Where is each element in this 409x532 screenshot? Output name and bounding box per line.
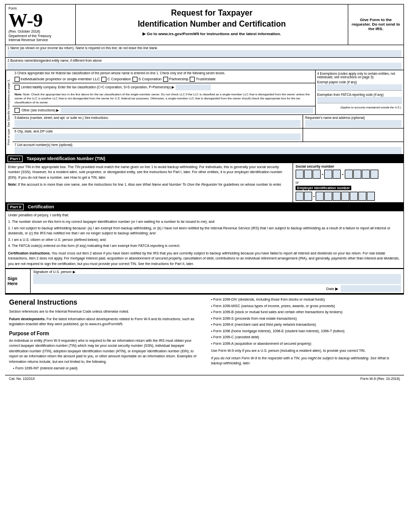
row-1: 1 Name (as shown on your income tax retu… (6, 45, 403, 58)
certification-section: Under penalties of perjury, I certify th… (6, 211, 403, 269)
form-body: 1 Name (as shown on your income tax retu… (5, 45, 404, 155)
fatca-label: Exemption from FATCA reporting code (if … (317, 93, 402, 96)
instructions-left: General Instructions Section references … (9, 297, 202, 372)
exempt-payee-input[interactable] (317, 84, 402, 91)
ein-digit-9[interactable] (367, 192, 375, 201)
partnership-checkbox-item[interactable]: Partnership (163, 77, 188, 82)
checkbox-row: Individual/sole proprietor or single-mem… (13, 76, 315, 83)
row-6: 6 City, state, and ZIP code (13, 128, 403, 142)
tin-body: Enter your TIN in the appropriate box. T… (8, 165, 290, 181)
line6-input[interactable] (15, 134, 301, 141)
ein-digit-7[interactable] (350, 192, 358, 201)
ssn-digit-3[interactable] (313, 170, 321, 179)
right-bullet-2: • Form 1099-B (stock or mutual fund sale… (211, 310, 400, 315)
s-corp-checkbox[interactable] (132, 77, 138, 82)
ssn-digit-6[interactable] (345, 170, 353, 179)
requesters-label: Requester's name and address (optional) (305, 116, 401, 119)
ein-digit-4[interactable] (324, 192, 332, 201)
individual-checkbox-item[interactable]: Individual/sole proprietor or single-mem… (15, 77, 100, 82)
cert-item4: 4. The FATCA code(s) entered on this for… (8, 243, 401, 249)
date-label: Date ▶ (326, 287, 338, 291)
other-checkbox[interactable] (15, 108, 20, 113)
part1-label: Part I (8, 156, 23, 162)
c-corp-checkbox-item[interactable]: C Corporation (101, 77, 131, 82)
future-dev: Future developments. For the latest info… (9, 317, 202, 327)
part1-title: Taxpayer Identification Number (TIN) (27, 156, 105, 161)
ssn-digit-5[interactable] (333, 170, 341, 179)
line5-input[interactable] (15, 120, 301, 127)
part2-label: Part II (8, 204, 24, 210)
ein-digit-6[interactable] (341, 192, 349, 201)
city-left: 6 City, state, and ZIP code (13, 128, 303, 142)
applies-note: (Applies to accounts maintained outside … (317, 105, 402, 109)
s-corp-checkbox-item[interactable]: S Corporation (132, 77, 162, 82)
cert-item1: 1. The number shown on this form is my c… (8, 219, 401, 225)
ein-digit-5[interactable] (333, 192, 341, 201)
tin-section: Enter your TIN in the appropriate box. T… (6, 163, 403, 203)
trust-checkbox-item[interactable]: Trust/estate (190, 77, 215, 82)
note-text: Note: Note: Check the appropriate box in… (13, 91, 315, 106)
goto-text: ▶ Go to www.irs.gov/FormW9 for instructi… (81, 32, 343, 36)
or-text: or (296, 181, 401, 184)
llc-label: Limited liability company. Enter the tax… (21, 85, 174, 89)
ssn-boxes: - - (296, 170, 401, 179)
inst-title: General Instructions (9, 297, 202, 308)
general-instructions: General Instructions Section references … (5, 294, 404, 375)
line2-input[interactable] (8, 63, 401, 70)
sign-body: Signature of U.S. person ▶ Date ▶ (31, 269, 403, 293)
ein-digit-3[interactable] (316, 192, 324, 201)
ssn-digit-4[interactable] (324, 170, 332, 179)
line1-input[interactable] (8, 50, 401, 57)
ssn-digit-2[interactable] (304, 170, 312, 179)
ein-digit-8[interactable] (358, 192, 366, 201)
trust-checkbox[interactable] (190, 77, 195, 82)
tin-left: Enter your TIN in the appropriate box. T… (6, 163, 293, 202)
exemptions-section: 4 Exemptions (codes apply only to certai… (316, 70, 403, 114)
partnership-checkbox[interactable] (163, 77, 168, 82)
llc-checkbox[interactable] (15, 85, 20, 90)
inst-intro: Section references are to the Internal R… (9, 309, 202, 315)
row-5: 5 Address (number, street, and apt. or s… (13, 114, 403, 128)
city-right (303, 128, 403, 142)
c-corp-checkbox[interactable] (101, 77, 106, 82)
ssn-digit-9[interactable] (370, 170, 378, 179)
cert-item2: 2. I am not subject to backup withholdin… (8, 226, 401, 236)
ssn-digit-7[interactable] (353, 170, 361, 179)
fatca-input[interactable] (317, 97, 402, 103)
ssn-digit-1[interactable] (296, 170, 304, 179)
sig-input[interactable] (33, 274, 401, 284)
ein-digit-2[interactable] (304, 192, 312, 201)
sign-here-text: Sign (8, 276, 28, 281)
form-header: Form W-9 (Rev. October 2018) Department … (5, 4, 404, 45)
future-label: Future developments. (9, 317, 46, 321)
other-row: Other (see instructions) ▶ (13, 106, 315, 114)
line7-input[interactable] (15, 147, 401, 154)
address-left: 5 Address (number, street, and apt. or s… (13, 115, 303, 128)
llc-input[interactable] (176, 84, 211, 90)
trust-label: Trust/estate (196, 77, 215, 81)
ein-group2 (316, 192, 375, 201)
right-bullet-0: • Form 1099-DIV (dividends, including th… (211, 297, 400, 303)
ssn-group2 (324, 170, 341, 179)
form-footer-label: Form W-9 (Rev. 10-2018) (360, 377, 400, 380)
ein-label: Employer identification number (296, 186, 351, 190)
part2-title: Certification (28, 204, 54, 209)
requesters-input[interactable] (305, 120, 401, 127)
fatca-section: Exemption from FATCA reporting code (if … (317, 91, 402, 105)
s-corp-label: S Corporation (139, 77, 162, 81)
give-form-text: Give Form to the requester. Do not send … (351, 18, 400, 31)
address-right: Requester's name and address (optional) (303, 115, 403, 128)
form-title: Request for Taxpayer Identification Numb… (81, 8, 343, 30)
line7-section: 7 List account number(s) here (optional) (13, 142, 403, 154)
irs-label: Internal Revenue Service (9, 38, 72, 42)
line5-label: 5 Address (number, street, and apt. or s… (15, 116, 301, 119)
other-input[interactable] (61, 107, 313, 113)
tin-right: Social security number - - (293, 163, 403, 202)
individual-checkbox[interactable] (15, 77, 20, 82)
right-bullet-9: If you do not return Form W-9 to the req… (211, 356, 400, 366)
date-input[interactable] (341, 285, 401, 292)
ssn-digit-8[interactable] (362, 170, 370, 179)
ein-group1 (296, 192, 312, 201)
city-right-space (305, 129, 401, 137)
ein-digit-1[interactable] (296, 192, 304, 201)
